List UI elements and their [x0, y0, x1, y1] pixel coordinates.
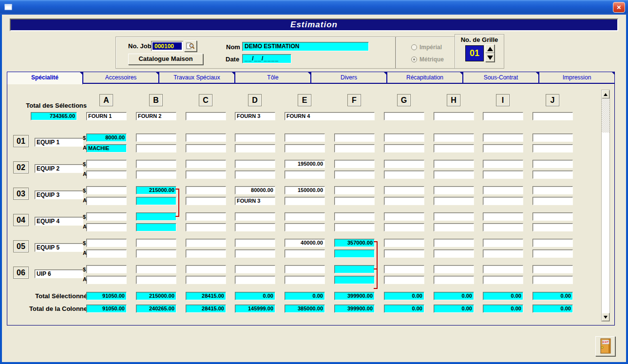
cell-B04-dollar[interactable] — [136, 212, 176, 221]
cell-E02-dollar[interactable]: 195000.00 — [285, 160, 325, 168]
scrollbar-track[interactable] — [602, 98, 609, 133]
cell-F05-desc[interactable] — [334, 249, 375, 258]
equip-name-field-03[interactable]: EQUIP 3 — [35, 191, 83, 199]
cell-B02-dollar[interactable] — [136, 160, 176, 168]
cell-I06-dollar[interactable] — [483, 265, 523, 273]
supplier-field-C[interactable] — [186, 112, 226, 120]
cell-G03-desc[interactable] — [384, 197, 424, 205]
tab-récapitulation[interactable]: Récapitulation — [387, 72, 463, 83]
scroll-down-button[interactable] — [602, 313, 609, 321]
cell-E01-dollar[interactable] — [285, 134, 325, 142]
cell-E02-desc[interactable] — [285, 171, 325, 179]
tab-accessoires[interactable]: Accessoires — [83, 72, 159, 83]
cell-E03-desc[interactable] — [285, 197, 325, 205]
supplier-field-E[interactable]: FOURN 4 — [285, 112, 375, 120]
nom-field[interactable]: DEMO ESTIMATION — [242, 42, 369, 51]
cell-C02-dollar[interactable] — [186, 160, 226, 168]
cell-A04-dollar[interactable] — [86, 212, 127, 221]
cell-B05-desc[interactable] — [136, 249, 176, 258]
cell-J03-desc[interactable] — [533, 197, 573, 205]
cell-G05-dollar[interactable] — [384, 239, 424, 247]
date-field[interactable]: __/__/____ — [242, 54, 291, 63]
cell-E05-dollar[interactable]: 40000.00 — [285, 239, 325, 247]
cell-J02-dollar[interactable] — [533, 160, 573, 168]
cell-F03-desc[interactable] — [334, 197, 375, 205]
cell-E01-desc[interactable] — [285, 144, 325, 153]
cell-J05-dollar[interactable] — [533, 239, 573, 247]
cell-H02-desc[interactable] — [434, 171, 474, 179]
cell-G05-desc[interactable] — [384, 249, 424, 258]
cell-C04-dollar[interactable] — [186, 212, 226, 221]
cell-B01-dollar[interactable] — [136, 134, 176, 142]
cell-C02-desc[interactable] — [186, 171, 226, 179]
cell-H04-desc[interactable] — [434, 223, 474, 231]
cell-E04-desc[interactable] — [285, 223, 325, 231]
cell-G04-dollar[interactable] — [384, 212, 424, 221]
supplier-field-A[interactable]: FOURN 1 — [86, 112, 127, 120]
equip-name-field-05[interactable]: EQUIP 5 — [35, 243, 83, 252]
cell-D01-desc[interactable] — [235, 144, 275, 153]
cell-I03-dollar[interactable] — [483, 186, 523, 194]
grille-spin-up-button[interactable] — [485, 44, 495, 53]
supplier-field-J[interactable] — [533, 112, 573, 120]
cell-C05-desc[interactable] — [186, 249, 226, 258]
supplier-field-D[interactable]: FOURN 3 — [235, 112, 275, 120]
cell-A01-desc[interactable]: MACHIE — [86, 144, 127, 153]
cell-B06-desc[interactable] — [136, 276, 176, 284]
cell-H02-dollar[interactable] — [434, 160, 474, 168]
cell-J02-desc[interactable] — [533, 171, 573, 179]
cell-C05-dollar[interactable] — [186, 239, 226, 247]
cell-J05-desc[interactable] — [533, 249, 573, 258]
cell-B03-desc[interactable] — [136, 197, 176, 205]
supplier-field-B[interactable]: FOURN 2 — [136, 112, 176, 120]
cell-C03-desc[interactable] — [186, 197, 226, 205]
equip-name-field-02[interactable]: EQUIP 2 — [35, 164, 83, 173]
cell-B02-desc[interactable] — [136, 171, 176, 179]
tab-tôle[interactable]: Tôle — [235, 72, 311, 83]
cell-H05-desc[interactable] — [434, 249, 474, 258]
cell-D03-desc[interactable]: FOURN 3 — [235, 197, 275, 205]
cell-H03-dollar[interactable] — [434, 186, 474, 194]
close-button[interactable]: × — [613, 2, 625, 13]
cell-F06-desc[interactable] — [334, 276, 375, 284]
cell-G01-dollar[interactable] — [384, 134, 424, 142]
supplier-field-H[interactable] — [434, 112, 474, 120]
cell-I05-desc[interactable] — [483, 249, 523, 258]
cell-B05-dollar[interactable] — [136, 239, 176, 247]
cell-G02-dollar[interactable] — [384, 160, 424, 168]
cell-D05-dollar[interactable] — [235, 239, 275, 247]
cell-D02-dollar[interactable] — [235, 160, 275, 168]
cell-E06-desc[interactable] — [285, 276, 325, 284]
supplier-field-G[interactable] — [384, 112, 424, 120]
cell-C04-desc[interactable] — [186, 223, 226, 231]
cell-D01-dollar[interactable] — [235, 134, 275, 142]
no-job-field[interactable]: 000100 — [151, 41, 183, 51]
cell-C06-desc[interactable] — [186, 276, 226, 284]
equip-name-field-04[interactable]: EQUIP 4 — [35, 217, 83, 226]
cell-J04-dollar[interactable] — [533, 212, 573, 221]
cell-H04-dollar[interactable] — [434, 212, 474, 221]
vertical-scrollbar[interactable] — [601, 90, 610, 322]
tab-impression[interactable]: Impression — [539, 72, 615, 83]
cell-J04-desc[interactable] — [533, 223, 573, 231]
cell-G03-dollar[interactable] — [384, 186, 424, 194]
cell-E03-dollar[interactable]: 150000.00 — [285, 186, 325, 194]
cell-I04-dollar[interactable] — [483, 212, 523, 221]
cell-I02-dollar[interactable] — [483, 160, 523, 168]
tab-divers[interactable]: Divers — [311, 72, 387, 83]
cell-D04-dollar[interactable] — [235, 212, 275, 221]
cell-G01-desc[interactable] — [384, 144, 424, 153]
equip-name-field-01[interactable]: EQUIP 1 — [35, 138, 83, 147]
cell-F02-dollar[interactable] — [334, 160, 375, 168]
cell-H03-desc[interactable] — [434, 197, 474, 205]
cell-A03-desc[interactable] — [86, 197, 127, 205]
cell-G06-desc[interactable] — [384, 276, 424, 284]
cell-I02-desc[interactable] — [483, 171, 523, 179]
cell-F06-dollar[interactable] — [334, 265, 375, 273]
cell-A04-desc[interactable] — [86, 223, 127, 231]
cell-F04-desc[interactable] — [334, 223, 375, 231]
cell-C03-dollar[interactable] — [186, 186, 226, 194]
cell-H01-dollar[interactable] — [434, 134, 474, 142]
cell-I01-dollar[interactable] — [483, 134, 523, 142]
cell-C01-dollar[interactable] — [186, 134, 226, 142]
